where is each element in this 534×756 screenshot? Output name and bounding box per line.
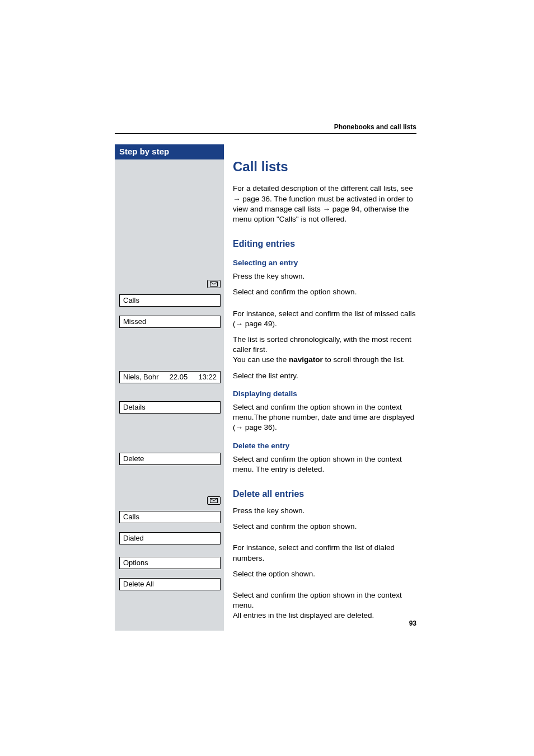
section-title: Phonebooks and call lists	[334, 123, 416, 131]
menu-delete-all: Delete All	[119, 578, 221, 590]
dialed-text: For instance, select and confirm the lis…	[233, 543, 416, 563]
options-text: Select the option shown.	[233, 569, 416, 579]
sidebar: Step by step Calls Missed Niels, Bohr	[115, 144, 224, 631]
select-entry-text: Select the list entry.	[233, 371, 416, 381]
heading-displaying-details: Displaying details	[233, 389, 416, 399]
heading-selecting-entry: Selecting an entry	[233, 258, 416, 268]
missed-text: For instance, select and confirm the lis…	[233, 309, 416, 329]
menu-details: Details	[119, 401, 221, 414]
press-key-2-text: Press the key shown.	[233, 506, 416, 516]
message-key-icon-2	[207, 496, 221, 505]
heading-editing-entries: Editing entries	[233, 238, 416, 250]
delete-entry-text: Select and confirm the option shown in t…	[233, 454, 416, 475]
page-number: 93	[409, 619, 416, 627]
menu-delete: Delete	[119, 453, 221, 465]
arrow-icon: →	[323, 205, 331, 213]
running-header: Phonebooks and call lists	[115, 123, 416, 134]
envelope-icon	[210, 281, 218, 287]
entry-name: Niels, Bohr	[123, 373, 159, 381]
delete-all-text: Select and confirm the option shown in t…	[233, 590, 416, 621]
select-confirm-text: Select and confirm the option shown.	[233, 287, 416, 297]
arrow-icon: →	[236, 320, 243, 328]
press-key-text: Press the key shown.	[233, 271, 416, 281]
main-content: Call lists For a detailed description of…	[224, 144, 416, 631]
heading-delete-entry: Delete the entry	[233, 441, 416, 451]
menu-calls-2: Calls	[119, 511, 221, 523]
menu-missed: Missed	[119, 316, 221, 328]
entry-time: 13:22	[198, 373, 217, 381]
envelope-icon	[210, 498, 218, 503]
sidebar-title: Step by step	[115, 144, 224, 159]
arrow-icon: →	[236, 423, 243, 431]
menu-options: Options	[119, 557, 221, 569]
select-confirm-2-text: Select and confirm the option shown.	[233, 522, 416, 532]
intro-paragraph: For a detailed description of the differ…	[233, 184, 416, 224]
entry-date: 22.05	[170, 373, 188, 381]
menu-entry-row: Niels, Bohr 22.05 13:22	[119, 371, 221, 383]
heading-call-lists: Call lists	[233, 158, 416, 176]
arrow-icon: →	[233, 195, 241, 203]
sorted-text: The list is sorted chronologically, with…	[233, 335, 416, 365]
menu-dialed: Dialed	[119, 532, 221, 544]
heading-delete-all: Delete all entries	[233, 488, 416, 500]
details-text: Select and confirm the option shown in t…	[233, 402, 416, 433]
message-key-icon	[207, 280, 221, 288]
menu-calls: Calls	[119, 294, 221, 307]
